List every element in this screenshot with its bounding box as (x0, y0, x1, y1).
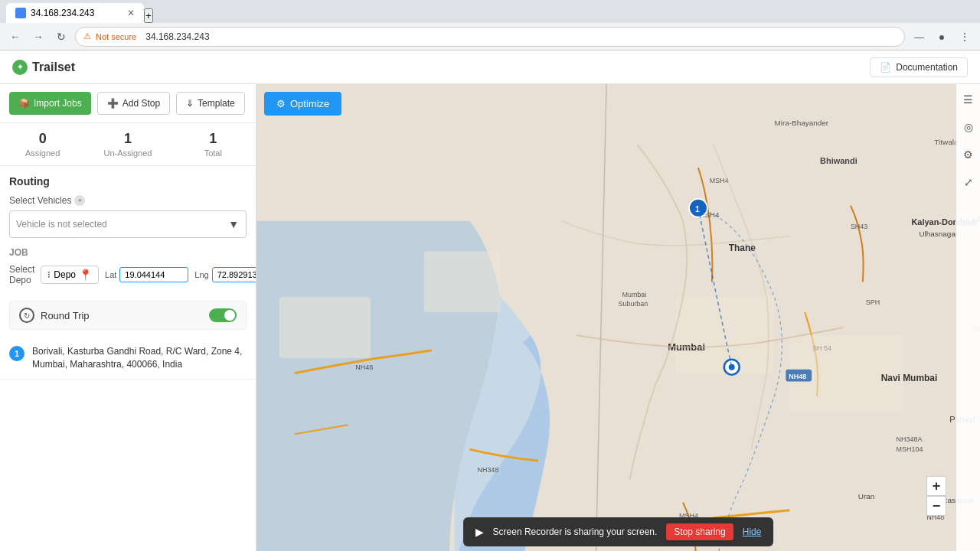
total-label: Total (171, 148, 256, 158)
app-container: ✦ Trailset 📄 Documentation 📦 Import Jobs… (0, 51, 980, 551)
unassigned-label: Un-Assigned (85, 148, 170, 158)
depo-grid-icon: ⁝ (47, 269, 51, 280)
assigned-count: 0 (0, 131, 85, 147)
stat-assigned: 0 Assigned (0, 131, 85, 158)
job-number: 1 (9, 346, 24, 361)
optimize-button-wrap: ⚙ Optimize (264, 92, 341, 116)
app-header: ✦ Trailset 📄 Documentation (0, 51, 980, 84)
doc-icon: 📄 (880, 62, 891, 73)
layers-icon[interactable]: ☰ (959, 90, 978, 109)
routing-title: Routing (9, 175, 247, 187)
zoom-in-btn[interactable]: + (926, 476, 946, 496)
svg-text:SH43: SH43 (851, 223, 867, 230)
add-stop-button[interactable]: ➕ Add Stop (97, 92, 170, 115)
forward-btn[interactable]: → (29, 28, 47, 46)
sidebar: 📦 Import Jobs ➕ Add Stop ⇓ Template 0 As… (0, 84, 256, 551)
app-body: 📦 Import Jobs ➕ Add Stop ⇓ Template 0 As… (0, 84, 980, 551)
coord-group: Lat (105, 267, 188, 282)
zoom-out-btn[interactable]: − (926, 496, 946, 516)
job-section-title: JOB (9, 247, 247, 258)
svg-text:Ulhasnagar: Ulhasnagar (919, 230, 959, 238)
optimize-label: Optimize (290, 98, 329, 109)
depo-name: Depo (54, 269, 76, 280)
logo-icon: ✦ (12, 60, 28, 75)
lng-label: Lng (194, 270, 208, 279)
stats-row: 0 Assigned 1 Un-Assigned 1 Total (0, 123, 256, 166)
assigned-label: Assigned (0, 148, 85, 158)
tab-title: 34.168.234.243 (31, 8, 94, 18)
address-bar[interactable]: ⚠ Not secure 34.168.234.243 (75, 27, 905, 47)
vehicle-select[interactable]: Vehicle is not selected (9, 210, 247, 238)
active-tab[interactable]: 34.168.234.243 ✕ (6, 3, 144, 23)
tab-close-btn[interactable]: ✕ (127, 8, 135, 18)
map-container: NH48 NH348 NH48 MSH4 MSH4 SH 54 SH43 (256, 84, 980, 551)
menu-btn[interactable]: ⋮ (956, 28, 974, 46)
svg-text:Mira-Bhayander: Mira-Bhayander (774, 119, 828, 127)
round-trip-row: ↻ Round Trip (9, 301, 247, 330)
security-label: Not secure (96, 32, 136, 41)
svg-text:SPH: SPH (866, 298, 880, 306)
template-button[interactable]: ⇓ Template (176, 92, 245, 115)
round-trip-label: ↻ Round Trip (19, 308, 90, 323)
refresh-btn[interactable]: ↻ (52, 28, 70, 46)
svg-rect-10 (279, 297, 371, 358)
back-btn[interactable]: ← (6, 28, 24, 46)
url-text: 34.168.234.243 (145, 31, 209, 42)
import-icon: 📦 (18, 98, 30, 109)
documentation-button[interactable]: 📄 Documentation (870, 57, 968, 77)
tab-bar: 34.168.234.243 ✕ + (0, 0, 980, 23)
round-trip-text: Round Trip (41, 310, 90, 321)
import-jobs-button[interactable]: 📦 Import Jobs (9, 92, 91, 115)
add-stop-label: Add Stop (122, 98, 160, 109)
depo-row: Select Depo ⁝ Depo 📍 Lat Lng (9, 264, 247, 285)
unassigned-count: 1 (85, 131, 170, 147)
app-logo: ✦ Trailset (12, 60, 75, 75)
depo-label: Select Depo (9, 264, 34, 285)
lng-group: Lng (194, 267, 256, 282)
svg-rect-11 (424, 251, 500, 312)
template-icon: ⇓ (186, 98, 194, 109)
new-tab-btn[interactable]: + (144, 8, 153, 23)
job-address: Borivali, Kasturba Gandhi Road, R/C Ward… (32, 345, 247, 371)
total-count: 1 (171, 131, 256, 147)
location-pin-icon: 📍 (79, 269, 92, 281)
help-icon[interactable]: + (74, 195, 85, 206)
vehicle-label-text: Select Vehicles (9, 195, 71, 206)
svg-rect-12 (675, 297, 774, 373)
svg-text:NH348A: NH348A (897, 435, 923, 443)
lat-input[interactable] (119, 267, 188, 282)
import-label: Import Jobs (34, 98, 82, 109)
browser-chrome: 34.168.234.243 ✕ + ← → ↻ ⚠ Not secure 34… (0, 0, 980, 51)
stat-unassigned: 1 Un-Assigned (85, 131, 170, 158)
map-background: NH48 NH348 NH48 MSH4 MSH4 SH 54 SH43 (256, 84, 980, 551)
template-label: Template (198, 98, 235, 109)
svg-text:Suburban: Suburban (619, 300, 648, 308)
lng-input[interactable] (212, 267, 256, 282)
expand-icon[interactable]: ⤢ (959, 173, 978, 191)
depo-badge: ⁝ Depo 📍 (41, 266, 99, 284)
optimize-button[interactable]: ⚙ Optimize (264, 92, 341, 116)
svg-text:Thane: Thane (729, 243, 756, 253)
location-icon[interactable]: ◎ (959, 118, 978, 136)
sidebar-toolbar: 📦 Import Jobs ➕ Add Stop ⇓ Template (0, 84, 256, 123)
nav-bar: ← → ↻ ⚠ Not secure 34.168.234.243 ⸻ ● ⋮ (0, 23, 980, 51)
routing-section: Routing Select Vehicles + Vehicle is not… (0, 166, 256, 247)
lat-label: Lat (105, 270, 116, 279)
profile-btn[interactable]: ● (933, 28, 951, 46)
stop-sharing-button[interactable]: Stop sharing (666, 523, 733, 540)
hide-banner-button[interactable]: Hide (743, 527, 762, 537)
round-trip-toggle[interactable] (209, 308, 237, 322)
extensions-btn[interactable]: ⸻ (910, 28, 928, 46)
screen-record-icon: ▶ (475, 526, 484, 538)
vehicle-select-label: Select Vehicles + (9, 195, 247, 206)
zoom-controls: + − (926, 476, 946, 516)
doc-label: Documentation (896, 62, 958, 73)
settings-icon[interactable]: ⚙ (959, 145, 978, 164)
tab-favicon (15, 8, 26, 18)
vehicle-dropdown-wrap: Vehicle is not selected ▼ (9, 210, 247, 238)
svg-text:MSH4: MSH4 (710, 177, 729, 184)
screen-recording-banner: ▶ Screen Recorder is sharing your screen… (463, 517, 774, 546)
svg-text:MSH104: MSH104 (897, 445, 923, 453)
job-section: JOB Select Depo ⁝ Depo 📍 Lat Lng (0, 247, 256, 301)
stat-total: 1 Total (171, 131, 256, 158)
